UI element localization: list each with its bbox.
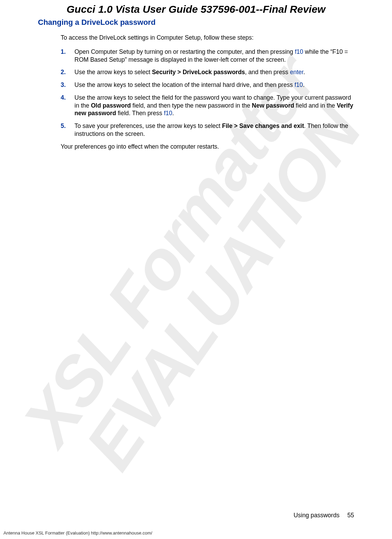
text-run: Use the arrow keys to select xyxy=(74,69,152,76)
step-number: 5. xyxy=(61,122,74,138)
key-reference: f10 xyxy=(294,81,303,88)
footer-evaluation: Antenna House XSL Formatter (Evaluation)… xyxy=(3,530,152,536)
text-run: field, and then type the new password in… xyxy=(131,102,252,109)
bold-text: Security > DriveLock passwords xyxy=(152,69,245,76)
key-reference: f10 xyxy=(164,110,172,117)
step-number: 1. xyxy=(61,48,74,64)
step-number: 3. xyxy=(61,81,74,89)
text-run: field and in the xyxy=(294,102,337,109)
page-content: Gucci 1.0 Vista User Guide 537596-001--F… xyxy=(0,0,392,150)
step-item: 4.Use the arrow keys to select the field… xyxy=(61,94,354,117)
text-run: . xyxy=(303,81,304,88)
section-heading: Changing a DriveLock password xyxy=(38,18,354,27)
text-run: , and then press xyxy=(245,69,290,76)
key-reference: f10 xyxy=(295,48,303,55)
page-number: 55 xyxy=(348,512,354,519)
text-run: Use the arrow keys to select the locatio… xyxy=(74,81,294,88)
step-item: 3.Use the arrow keys to select the locat… xyxy=(61,81,354,89)
step-number: 4. xyxy=(61,94,74,117)
closing-text: Your preferences go into effect when the… xyxy=(61,143,354,151)
step-text: Use the arrow keys to select the locatio… xyxy=(74,81,354,89)
text-run: To save your preferences, use the arrow … xyxy=(74,122,222,129)
step-item: 1.Open Computer Setup by turning on or r… xyxy=(61,48,354,64)
text-run: . xyxy=(172,110,174,117)
step-text: Use the arrow keys to select the field f… xyxy=(74,94,354,117)
step-item: 2.Use the arrow keys to select Security … xyxy=(61,68,354,76)
steps-list: 1.Open Computer Setup by turning on or r… xyxy=(61,48,354,138)
text-run: . xyxy=(303,69,305,76)
bold-text: New password xyxy=(252,102,294,109)
step-text: To save your preferences, use the arrow … xyxy=(74,122,354,138)
footer-right: Using passwords 55 xyxy=(293,512,354,519)
intro-text: To access the DriveLock settings in Comp… xyxy=(61,34,354,42)
step-text: Use the arrow keys to select Security > … xyxy=(74,68,354,76)
text-run: field. Then press xyxy=(116,110,164,117)
footer-section: Using passwords xyxy=(293,512,339,519)
bold-text: File > Save changes and exit xyxy=(222,122,304,129)
document-title: Gucci 1.0 Vista User Guide 537596-001--F… xyxy=(38,0,354,18)
step-number: 2. xyxy=(61,68,74,76)
key-reference: enter xyxy=(290,69,303,76)
step-item: 5.To save your preferences, use the arro… xyxy=(61,122,354,138)
step-text: Open Computer Setup by turning on or res… xyxy=(74,48,354,64)
text-run: Open Computer Setup by turning on or res… xyxy=(74,48,295,55)
bold-text: Old password xyxy=(91,102,131,109)
